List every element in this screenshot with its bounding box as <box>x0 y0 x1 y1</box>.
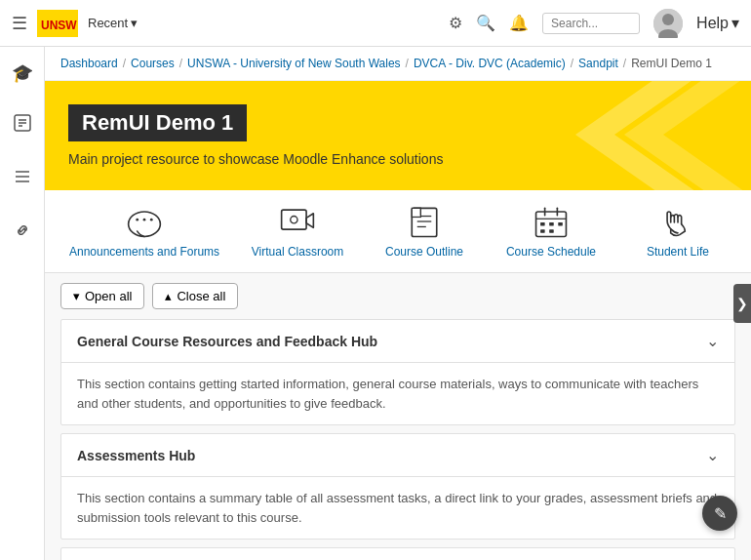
help-label: Help <box>696 15 729 32</box>
svg-rect-32 <box>540 222 545 226</box>
action-bar: ▾ Open all ▴ Close all <box>45 273 751 319</box>
svg-text:UNSW: UNSW <box>41 19 77 32</box>
left-sidebar: 🎓 <box>0 47 45 560</box>
avatar[interactable] <box>653 9 683 38</box>
help-dropdown[interactable]: Help ▾ <box>696 14 739 32</box>
virtual-classroom-label: Virtual Classroom <box>252 245 343 259</box>
breadcrumb-current: RemUI Demo 1 <box>631 57 712 70</box>
course-nav-icons: Announcements and Forums Virtual Classro… <box>45 190 751 273</box>
breadcrumb-sandpit[interactable]: Sandpit <box>578 57 618 70</box>
course-schedule-icon <box>532 204 571 239</box>
svg-point-18 <box>143 219 146 221</box>
svg-rect-36 <box>549 229 554 233</box>
svg-point-19 <box>150 219 153 221</box>
course-schedule-label: Course Schedule <box>506 245 596 259</box>
close-all-label: Close all <box>177 289 225 303</box>
sidebar-item-list[interactable] <box>7 161 38 197</box>
hero-banner: RemUI Demo 1 Main project resource to sh… <box>45 81 751 190</box>
right-panel-toggle[interactable]: ❯ <box>733 284 751 323</box>
navbar-icons: ⚙ 🔍 🔔 Help ▾ <box>449 9 739 38</box>
student-life-label: Student Life <box>647 245 709 259</box>
hero-title: RemUI Demo 1 <box>68 104 247 141</box>
section-general-title: General Course Resources and Feedback Hu… <box>77 334 377 349</box>
breadcrumb-dvca[interactable]: DVCA - Div. DVC (Academic) <box>414 57 566 70</box>
open-all-button[interactable]: ▾ Open all <box>60 283 144 309</box>
svg-rect-33 <box>549 222 554 226</box>
nav-course-schedule[interactable]: Course Schedule <box>502 204 600 259</box>
student-life-icon <box>658 204 697 239</box>
nav-student-life[interactable]: Student Life <box>629 204 727 259</box>
svg-point-22 <box>291 217 297 223</box>
help-chevron-icon: ▾ <box>731 14 739 32</box>
svg-rect-35 <box>540 229 545 233</box>
course-outline-label: Course Outline <box>385 245 463 259</box>
section-week1-header[interactable]: Week 1: Topic/Module X ⌄ <box>61 548 734 560</box>
section-assessments-header[interactable]: Assessments Hub ⌄ <box>61 434 734 477</box>
sidebar-item-graduation[interactable]: 🎓 <box>6 57 39 90</box>
svg-rect-20 <box>282 210 306 229</box>
section-assessments: Assessments Hub ⌄ This section contains … <box>60 433 735 540</box>
svg-point-17 <box>136 219 138 221</box>
fab-edit-button[interactable]: ✎ <box>702 496 737 531</box>
hero-decoration <box>536 81 751 190</box>
section-general: General Course Resources and Feedback Hu… <box>60 319 735 425</box>
notifications-icon[interactable]: 🔔 <box>509 14 529 32</box>
announcements-icon <box>125 204 164 239</box>
nav-course-outline[interactable]: Course Outline <box>376 204 473 259</box>
section-assessments-chevron-icon: ⌄ <box>706 446 719 464</box>
svg-marker-21 <box>306 214 313 228</box>
breadcrumb: Dashboard / Courses / UNSWA - University… <box>45 47 751 81</box>
hamburger-menu-icon[interactable]: ☰ <box>12 13 27 34</box>
search-icon[interactable]: 🔍 <box>476 14 495 32</box>
recent-chevron-icon: ▾ <box>131 16 138 30</box>
breadcrumb-unswa[interactable]: UNSWA - University of New South Wales <box>187 57 401 70</box>
breadcrumb-courses[interactable]: Courses <box>131 57 175 70</box>
logo[interactable]: UNSW <box>37 10 78 37</box>
virtual-classroom-icon <box>278 204 317 239</box>
announcements-label: Announcements and Forums <box>69 245 219 259</box>
svg-rect-34 <box>558 222 563 226</box>
section-general-chevron-icon: ⌄ <box>706 332 719 350</box>
svg-point-16 <box>129 212 161 236</box>
section-assessments-body: This section contains a summary table of… <box>61 477 734 539</box>
recent-dropdown[interactable]: Recent ▾ <box>88 16 138 30</box>
section-week1: Week 1: Topic/Module X ⌄ <box>60 547 735 560</box>
nav-virtual-classroom[interactable]: Virtual Classroom <box>249 204 346 259</box>
sections-container: General Course Resources and Feedback Hu… <box>45 319 751 560</box>
unsw-logo-icon: UNSW <box>37 10 78 37</box>
close-all-button[interactable]: ▴ Close all <box>152 283 238 309</box>
search-input[interactable] <box>542 13 640 34</box>
close-all-icon: ▴ <box>165 289 172 303</box>
course-outline-icon <box>405 204 444 239</box>
open-all-label: Open all <box>85 289 132 303</box>
breadcrumb-dashboard[interactable]: Dashboard <box>60 57 118 70</box>
svg-rect-27 <box>412 208 420 217</box>
section-general-body: This section contains getting started in… <box>61 363 734 424</box>
settings-icon[interactable]: ⚙ <box>449 14 462 32</box>
recent-label: Recent <box>88 16 128 30</box>
sidebar-item-book[interactable] <box>7 107 38 143</box>
sidebar-item-link[interactable] <box>7 215 38 251</box>
open-all-icon: ▾ <box>73 289 80 303</box>
svg-point-3 <box>662 14 674 25</box>
section-general-header[interactable]: General Course Resources and Feedback Hu… <box>61 320 734 363</box>
main-content: Dashboard / Courses / UNSWA - University… <box>45 47 751 560</box>
navbar: ☰ UNSW Recent ▾ ⚙ 🔍 🔔 Help ▾ <box>0 0 751 47</box>
section-assessments-title: Assessments Hub <box>77 448 195 463</box>
nav-announcements[interactable]: Announcements and Forums <box>69 204 219 259</box>
